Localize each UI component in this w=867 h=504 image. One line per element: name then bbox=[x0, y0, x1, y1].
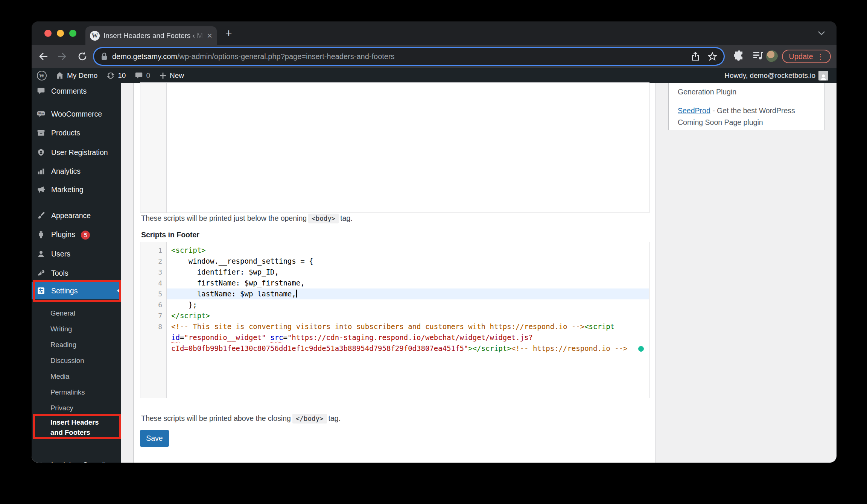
reload-button[interactable] bbox=[76, 50, 89, 63]
save-button[interactable]: Save bbox=[140, 430, 169, 447]
sidebar-item-label: Plugins 5 bbox=[51, 230, 90, 240]
admin-sidebar: CommentsWooWooCommerceProductsUser Regis… bbox=[32, 83, 121, 463]
code-line[interactable]: <!-- This site is converting visitors in… bbox=[167, 321, 649, 332]
footer-editor-caption: These scripts will be printed above the … bbox=[141, 413, 341, 424]
code-line[interactable]: firstName: $wp_firstname, bbox=[167, 278, 649, 288]
comments-icon bbox=[37, 87, 45, 95]
sidebar-item-comments[interactable]: Comments bbox=[32, 83, 121, 99]
scripts-in-footer-editor[interactable]: 12345678 <script> window.__respond_setti… bbox=[140, 242, 649, 398]
sidebar-subitem-privacy[interactable]: Privacy bbox=[32, 401, 121, 415]
reading-list-icon[interactable] bbox=[753, 50, 764, 61]
sidebar-item-woocommerce[interactable]: WooWooCommerce bbox=[32, 106, 121, 121]
comments-indicator[interactable]: 0 bbox=[135, 71, 150, 80]
updates-indicator[interactable]: 10 bbox=[106, 71, 126, 80]
promo-text-line3: Coming Soon Page plugin bbox=[678, 117, 815, 128]
updates-icon bbox=[106, 71, 115, 80]
body-open-tag-chip: <body> bbox=[308, 214, 339, 223]
editor-gutter: 12345678 bbox=[140, 242, 167, 398]
gear-icon bbox=[37, 461, 45, 463]
sidebar-item-label: Marketing bbox=[51, 185, 84, 194]
bookmark-star-icon[interactable] bbox=[708, 52, 717, 61]
code-token-plain: identifier: $wp_ID, bbox=[171, 268, 279, 276]
promo-text-line1: Generation Plugin bbox=[678, 86, 815, 98]
code-line[interactable]: cId=0b0fb99b1fee130c80756dd1ef1c9dde51a3… bbox=[167, 343, 649, 354]
seedprod-link[interactable]: SeedProd bbox=[678, 106, 710, 115]
user-registration-icon bbox=[37, 148, 45, 156]
sidebar-item-label: WooCommerce bbox=[51, 110, 102, 118]
sidebar-item-tools[interactable]: Tools bbox=[32, 266, 121, 281]
code-line[interactable]: window.__respond_settings = { bbox=[167, 256, 649, 267]
sidebar-promo-box: Generation Plugin SeedProd - Get the bes… bbox=[668, 83, 825, 130]
line-number: 2 bbox=[140, 256, 166, 267]
browser-window: W Insert Headers and Footers ‹ M × + bbox=[32, 21, 837, 463]
code-line[interactable]: lastName: $wp_lastname, bbox=[167, 288, 649, 299]
sidebar-item-settings[interactable]: Settings bbox=[32, 282, 121, 299]
forward-button[interactable] bbox=[56, 50, 68, 63]
share-icon[interactable] bbox=[691, 52, 700, 61]
sidebar-subitem-media[interactable]: Media bbox=[32, 369, 121, 383]
sidebar-item-label: Users bbox=[51, 250, 70, 258]
sidebar-item-analytics[interactable]: Analytics bbox=[32, 164, 121, 179]
browser-menu-dots-icon[interactable]: ⋮ bbox=[817, 52, 824, 61]
sidebar-item-label: Comments bbox=[51, 87, 87, 96]
url-domain: demo.getsamy.com bbox=[112, 52, 177, 61]
howdy-text: Howdy, demo@rocketbots.io bbox=[724, 71, 815, 80]
settings-form-panel: These scripts will be printed just below… bbox=[133, 83, 656, 463]
line-number: 3 bbox=[140, 267, 166, 278]
sidebar-item-appearance[interactable]: Appearance bbox=[32, 208, 121, 223]
back-button[interactable] bbox=[37, 50, 50, 63]
chrome-update-button[interactable]: Update ⋮ bbox=[782, 50, 831, 63]
sidebar-item-users[interactable]: Users bbox=[32, 246, 121, 261]
line-number: 6 bbox=[140, 299, 166, 310]
howdy-account-link[interactable]: Howdy, demo@rocketbots.io bbox=[724, 68, 815, 83]
chevron-down-icon[interactable] bbox=[817, 30, 826, 36]
code-area[interactable]: <script> window.__respond_settings = { i… bbox=[167, 242, 649, 398]
close-window-button[interactable] bbox=[44, 30, 52, 37]
line-number: 5 bbox=[140, 288, 166, 299]
sidebar-item-loginizer-security[interactable]: Loginizer Security bbox=[32, 457, 121, 463]
sidebar-subitem-writing[interactable]: Writing bbox=[32, 322, 121, 336]
zoom-window-button[interactable] bbox=[69, 30, 76, 37]
account-avatar[interactable] bbox=[818, 71, 828, 80]
text-cursor bbox=[296, 290, 297, 298]
code-token-attr: src bbox=[270, 333, 283, 342]
code-line[interactable]: </script> bbox=[167, 310, 649, 321]
sidebar-subitem-discussion[interactable]: Discussion bbox=[32, 353, 121, 367]
sidebar-subitem-reading[interactable]: Reading bbox=[32, 337, 121, 352]
code-line[interactable]: <script> bbox=[167, 245, 649, 256]
wp-logo-menu[interactable]: W bbox=[37, 71, 47, 80]
browser-tab[interactable]: W Insert Headers and Footers ‹ M × bbox=[85, 26, 217, 45]
sidebar-subitem-insert-headers-and-footers[interactable]: Insert Headers and Footers bbox=[32, 416, 121, 439]
code-line[interactable]: id="respondio__widget" src="https://cdn-… bbox=[167, 332, 649, 343]
new-content-menu[interactable]: New bbox=[159, 71, 184, 80]
sidebar-subitem-label: Discussion bbox=[50, 355, 84, 366]
extensions-puzzle-icon[interactable] bbox=[734, 50, 744, 61]
sidebar-subitem-label: Permalinks bbox=[50, 387, 85, 397]
chrome-update-label: Update bbox=[789, 52, 813, 61]
sidebar-item-user-registration[interactable]: User Registration bbox=[32, 145, 121, 160]
address-bar[interactable]: demo.getsamy.com/wp-admin/options-genera… bbox=[94, 48, 724, 65]
marketing-icon bbox=[37, 185, 45, 194]
sidebar-item-label: Loginizer Security bbox=[51, 461, 110, 463]
sidebar-subitem-general[interactable]: General bbox=[32, 306, 121, 320]
line-number: 4 bbox=[140, 278, 166, 288]
code-line[interactable]: }; bbox=[167, 299, 649, 310]
plus-icon bbox=[159, 72, 167, 79]
new-tab-button[interactable]: + bbox=[225, 27, 232, 39]
sidebar-item-marketing[interactable]: Marketing bbox=[32, 182, 121, 197]
new-label: New bbox=[170, 71, 184, 80]
sidebar-item-plugins[interactable]: Plugins 5 bbox=[32, 227, 121, 242]
visit-site-link[interactable]: My Demo bbox=[56, 71, 97, 80]
minimize-window-button[interactable] bbox=[57, 30, 64, 37]
browser-toolbar: demo.getsamy.com/wp-admin/options-genera… bbox=[32, 45, 837, 68]
sidebar-subitem-permalinks[interactable]: Permalinks bbox=[32, 385, 121, 399]
code-line[interactable]: identifier: $wp_ID, bbox=[167, 267, 649, 278]
profile-avatar[interactable] bbox=[766, 50, 778, 62]
line-number: 1 bbox=[140, 245, 166, 256]
sidebar-item-products[interactable]: Products bbox=[32, 125, 121, 140]
scripts-in-header-editor[interactable] bbox=[140, 82, 649, 213]
code-token-plain: }; bbox=[171, 301, 197, 309]
sidebar-item-label: User Registration bbox=[51, 148, 108, 157]
url-path: /wp-admin/options-general.php?page=inser… bbox=[177, 52, 395, 61]
tab-close-icon[interactable]: × bbox=[207, 31, 212, 40]
